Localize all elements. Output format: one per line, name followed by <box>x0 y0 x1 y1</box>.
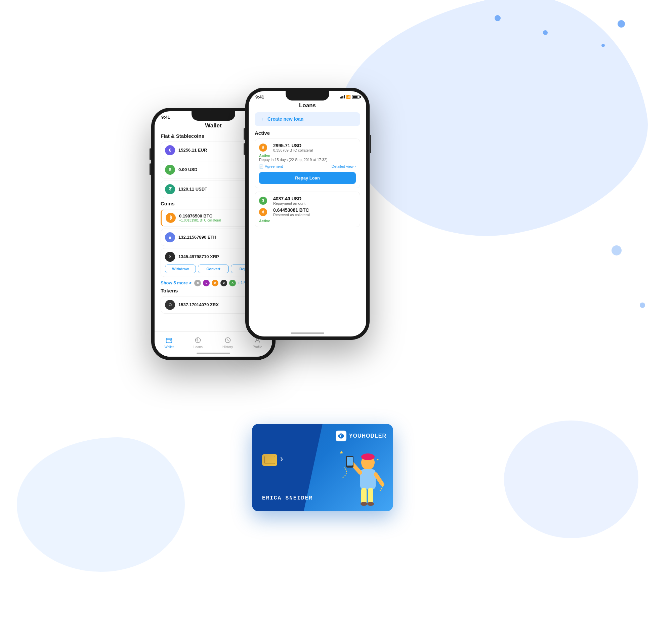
xrp-icon: ✕ <box>165 252 175 262</box>
vol-up-btn[interactable] <box>149 148 151 160</box>
zrx-icon: ⬡ <box>165 300 175 310</box>
mini-icon-3: ₿ <box>212 280 219 286</box>
loan1-repay-text: Repay in 15 days (22 Sep, 2019 at 17:32) <box>259 158 356 162</box>
convert-btn[interactable]: Convert <box>198 265 229 273</box>
card-logo: Y YOUHODLER <box>336 431 386 441</box>
repay-loan-btn[interactable]: Repay Loan <box>259 172 356 184</box>
loans-signal <box>340 95 345 98</box>
svg-point-8 <box>361 453 375 460</box>
crypto-icons: ◉ L ₿ D A + 1 NEW <box>194 280 251 286</box>
card-illustration: ★ ✦ <box>333 444 386 511</box>
wallet-nav-icon <box>165 336 173 344</box>
svg-point-16 <box>361 502 367 506</box>
svg-rect-9 <box>360 469 375 489</box>
loan2-repayment-amount: 4087.40 USD <box>273 196 305 201</box>
loan2-repayment-row: $ 4087.40 USD Repayment amount <box>259 196 356 205</box>
create-loan-label: Create new loan <box>268 116 303 122</box>
loans-status-icons: 📶 <box>340 95 359 99</box>
svg-point-17 <box>367 502 374 506</box>
loans-power[interactable] <box>370 135 371 153</box>
doc-icon: 📄 <box>259 165 264 169</box>
loan-card-2[interactable]: $ 4087.40 USD Repayment amount ₿ <box>255 192 360 227</box>
show-more-label: Show 5 more > <box>161 280 192 285</box>
usdt-icon: ₮ <box>165 184 175 194</box>
loan2-collateral-label: Reserved as collateral <box>273 213 310 217</box>
loan2-collateral-amount: 0.64453081 BTC <box>273 207 310 213</box>
contactless-icon <box>279 456 286 465</box>
nav-profile-label: Profile <box>253 345 262 349</box>
nav-history[interactable]: History <box>222 336 233 349</box>
loans-phone: 9:41 📶 Loans ＋ <box>245 88 370 340</box>
loans-vol-up[interactable] <box>244 128 245 140</box>
loan2-collateral-info: 0.64453081 BTC Reserved as collateral <box>273 207 310 217</box>
create-loan-btn[interactable]: ＋ Create new loan <box>255 112 360 126</box>
loan1-btc-icon: ₿ <box>259 143 267 152</box>
nav-history-label: History <box>222 345 233 349</box>
loans-home-indicator <box>291 332 324 334</box>
main-container: 9:41 📶 Wallet Fiat & St <box>0 0 672 639</box>
loan2-collateral-row: ₿ 0.64453081 BTC Reserved as collateral <box>259 207 356 217</box>
nav-loans-label: Loans <box>194 345 203 349</box>
card-holder-name: ERICA SNEIDER <box>262 495 313 501</box>
nav-loans[interactable]: $ Loans <box>194 336 203 349</box>
loan2-status: Active <box>259 219 356 223</box>
mini-icon-5: A <box>229 280 236 286</box>
nav-wallet[interactable]: Wallet <box>164 336 173 349</box>
home-indicator <box>196 353 230 354</box>
loan2-repayment-info: 4087.40 USD Repayment amount <box>273 196 305 205</box>
svg-line-11 <box>375 474 382 484</box>
loans-notch <box>286 91 329 100</box>
svg-text:$: $ <box>196 338 198 342</box>
loan1-status: Active <box>259 154 356 158</box>
eth-icon: Ξ <box>165 232 175 243</box>
svg-text:Y: Y <box>339 434 342 438</box>
btc-icon: ₿ <box>166 213 176 223</box>
youhodler-brand-text: YOUHODLER <box>349 433 386 439</box>
youhodler-logo-icon: Y <box>336 431 347 441</box>
loans-time: 9:41 <box>255 94 264 99</box>
svg-text:★: ★ <box>339 450 344 455</box>
usd-icon: $ <box>165 165 175 175</box>
eur-icon: € <box>165 145 175 155</box>
loans-content: Loans ＋ Create new loan Active ₿ <box>249 101 366 320</box>
phones-wrapper: 9:41 📶 Wallet Fiat & St <box>151 67 521 538</box>
loans-nav-icon: $ <box>194 336 202 344</box>
loan1-amount: 2995.71 USD <box>273 143 313 148</box>
active-section-title: Active <box>255 130 360 136</box>
loans-battery <box>352 95 359 99</box>
agreement-link[interactable]: 📄 Agreement <box>259 165 283 169</box>
loan2-repayment-label: Repayment amount <box>273 201 305 205</box>
mini-icon-4: D <box>220 280 227 286</box>
loan-card-1[interactable]: ₿ 2995.71 USD 0.356789 BTC collateral Ac… <box>255 139 360 188</box>
mini-icon-1: ◉ <box>194 280 201 286</box>
loans-vol-down[interactable] <box>244 143 245 155</box>
detailed-view-link[interactable]: Detailed view › <box>332 165 356 169</box>
svg-rect-13 <box>347 457 353 466</box>
credit-card: Y YOUHODLER ERICA SNEIDER <box>252 424 393 511</box>
phone-notch <box>192 111 235 121</box>
loan1-collateral: 0.356789 BTC collateral <box>273 148 313 152</box>
svg-rect-0 <box>166 338 172 343</box>
loans-title: Loans <box>255 101 360 112</box>
loan2-btc-icon: ₿ <box>259 208 267 216</box>
loan1-links: 📄 Agreement Detailed view › <box>259 165 356 169</box>
nav-wallet-label: Wallet <box>164 345 173 349</box>
loan2-usd-icon: $ <box>259 197 267 205</box>
chip-lines <box>265 456 275 464</box>
loan1-header: ₿ 2995.71 USD 0.356789 BTC collateral <box>259 143 356 152</box>
wallet-time: 9:41 <box>161 115 170 120</box>
svg-text:✦: ✦ <box>376 458 379 462</box>
plus-icon: ＋ <box>259 115 265 123</box>
card-chip <box>262 454 277 466</box>
loans-screen: 9:41 📶 Loans ＋ <box>249 91 366 337</box>
mini-icon-2: L <box>203 280 210 286</box>
vol-down-btn[interactable] <box>149 163 151 175</box>
withdraw-btn[interactable]: Withdraw <box>165 265 196 273</box>
history-nav-icon <box>224 336 232 344</box>
loan1-info: 2995.71 USD 0.356789 BTC collateral <box>273 143 313 152</box>
loans-wifi-icon: 📶 <box>346 95 351 99</box>
